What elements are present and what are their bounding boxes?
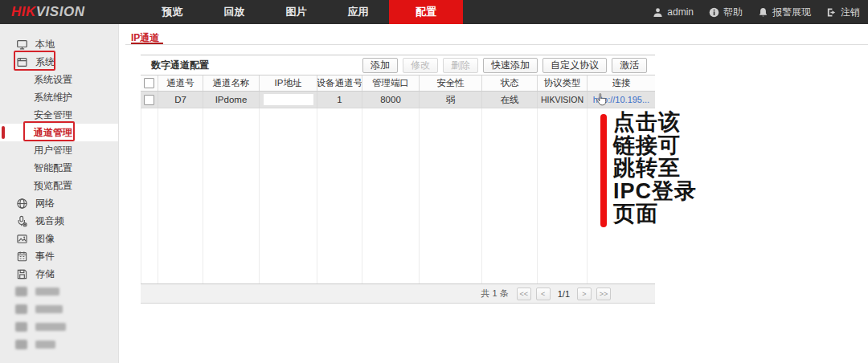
connect-cell: http://10.195... — [587, 92, 655, 108]
network-icon — [16, 198, 28, 210]
sidebar-item-redacted[interactable] — [0, 300, 118, 318]
sidebar-item-system-maintenance[interactable]: 系统维护 — [0, 88, 118, 106]
logout-label: 注销 — [841, 6, 860, 19]
annotation-red-bar — [600, 114, 607, 227]
redacted-icon — [15, 287, 27, 296]
table-row[interactable]: D7 IPdome 1 8000 弱 在线 HIKVISION http://1… — [141, 92, 655, 108]
nav-tab-picture[interactable]: 图片 — [265, 0, 327, 24]
nav-tab-configuration[interactable]: 配置 — [389, 0, 463, 24]
row-select-cell — [141, 92, 158, 108]
sidebar-menu: 本地 系统 系统设置 系统维护 安全管理 通道管理 用户管理 智能配置 预览配置… — [0, 35, 118, 353]
protocol-cell: HIKVISION — [537, 92, 587, 108]
column-header[interactable]: 协议类型 — [537, 75, 587, 91]
row-checkbox[interactable] — [144, 95, 154, 105]
management-port-cell: 8000 — [362, 92, 419, 108]
total-count: 共 1 条 — [481, 288, 508, 300]
user-icon — [653, 7, 663, 18]
tab-strip-divider — [125, 44, 868, 45]
logo-vision: VISION — [36, 4, 85, 20]
nav-tab-application[interactable]: 应用 — [327, 0, 389, 24]
column-header[interactable]: 状态 — [481, 75, 537, 91]
ipc-login-link[interactable]: http://10.195... — [593, 95, 649, 104]
logout-icon — [826, 7, 837, 18]
image-icon — [16, 233, 28, 245]
sidebar-item-system-settings[interactable]: 系统设置 — [0, 71, 118, 88]
system-icon — [16, 56, 28, 68]
column-header[interactable]: 安全性 — [419, 75, 481, 91]
nav-tab-preview[interactable]: 预览 — [141, 0, 203, 24]
logo-hik: HIK — [11, 4, 36, 20]
logout-button[interactable]: 注销 — [826, 6, 860, 19]
sidebar-item-redacted[interactable] — [0, 283, 118, 300]
status-cell: 在线 — [481, 92, 537, 108]
sidebar-item-audio-video[interactable]: 视音频 — [0, 212, 118, 230]
delete-button[interactable]: 删除 — [443, 58, 478, 73]
sidebar-item-preview-config[interactable]: 预览配置 — [0, 177, 118, 194]
sidebar-item-event[interactable]: 事件 — [0, 247, 118, 265]
activate-button[interactable]: 激活 — [612, 58, 647, 73]
sidebar-item-smart-config[interactable]: 智能配置 — [0, 159, 118, 177]
column-header[interactable]: 连接 — [587, 75, 655, 91]
sidebar-item-system[interactable]: 系统 — [0, 53, 118, 71]
select-all-cell — [141, 75, 158, 91]
column-header[interactable]: IP地址 — [259, 75, 317, 91]
sidebar-item-storage[interactable]: 存储 — [0, 265, 118, 283]
sidebar-item-channel-management[interactable]: 通道管理 — [0, 124, 118, 141]
alarm-button[interactable]: 报警展现 — [758, 6, 811, 19]
table-header-row: 通道号 通道名称 IP地址 设备通道号 管理端口 安全性 状态 协议类型 连接 — [141, 75, 655, 92]
sidebar-item-redacted[interactable] — [0, 336, 118, 353]
sidebar-item-label: 事件 — [35, 250, 55, 263]
hikvision-config-page: HIKVISION 预览 回放 图片 应用 配置 admin 帮助 报警展现 — [0, 0, 868, 363]
sidebar: 本地 系统 系统设置 系统维护 安全管理 通道管理 用户管理 智能配置 预览配置… — [0, 24, 119, 363]
ip-address-field[interactable] — [263, 93, 314, 106]
column-header[interactable]: 管理端口 — [362, 75, 419, 91]
help-button[interactable]: 帮助 — [709, 6, 743, 19]
sidebar-item-redacted[interactable] — [0, 318, 118, 336]
user-menu[interactable]: admin — [653, 6, 694, 18]
nav-utilities: admin 帮助 报警展现 注销 — [653, 0, 860, 24]
channel-toolbar: 添加 修改 删除 快速添加 自定义协议 激活 — [362, 58, 647, 73]
channel-name-cell: IPdome — [203, 92, 259, 108]
column-header[interactable]: 通道名称 — [203, 75, 259, 91]
nav-tab-playback[interactable]: 回放 — [203, 0, 265, 24]
sidebar-item-label: 系统 — [35, 55, 55, 69]
user-name: admin — [667, 6, 694, 18]
prev-page-button[interactable]: < — [536, 288, 551, 300]
sidebar-item-label: 存储 — [35, 267, 55, 281]
add-button[interactable]: 添加 — [362, 58, 398, 73]
first-page-button[interactable]: << — [517, 288, 531, 300]
monitor-icon — [16, 39, 28, 51]
bell-icon — [758, 7, 768, 18]
sidebar-item-image[interactable]: 图像 — [0, 230, 118, 247]
digital-channel-panel: 数字通道配置 添加 修改 删除 快速添加 自定义协议 激活 通道号 通道名称 I… — [141, 55, 655, 304]
sidebar-item-security-management[interactable]: 安全管理 — [0, 106, 118, 124]
ip-address-cell — [259, 92, 317, 108]
alarm-label: 报警展现 — [772, 6, 811, 19]
audio-video-icon — [16, 215, 28, 227]
column-header[interactable]: 设备通道号 — [317, 75, 362, 91]
sidebar-item-label: 图像 — [35, 232, 55, 246]
next-page-button[interactable]: > — [577, 288, 592, 300]
security-cell: 弱 — [419, 92, 481, 108]
modify-button[interactable]: 修改 — [403, 58, 438, 73]
panel-title-row: 数字通道配置 添加 修改 删除 快速添加 自定义协议 激活 — [141, 55, 655, 75]
sidebar-item-user-management[interactable]: 用户管理 — [0, 141, 118, 159]
custom-protocol-button[interactable]: 自定义协议 — [542, 58, 607, 73]
table-footer: 共 1 条 << < 1/1 > >> — [141, 283, 655, 304]
event-icon — [16, 251, 28, 263]
sidebar-item-label: 视音频 — [35, 214, 64, 228]
sidebar-item-local[interactable]: 本地 — [0, 35, 118, 53]
annotation-text: 点击该 链接可 跳转至 IPC登录 页面 — [613, 111, 697, 226]
quick-add-button[interactable]: 快速添加 — [483, 58, 538, 73]
column-header[interactable]: 通道号 — [158, 75, 203, 91]
page-indicator: 1/1 — [558, 289, 570, 299]
select-all-checkbox[interactable] — [144, 78, 154, 88]
info-icon — [709, 7, 719, 18]
help-label: 帮助 — [723, 6, 743, 19]
panel-title: 数字通道配置 — [141, 59, 209, 72]
last-page-button[interactable]: >> — [596, 288, 611, 300]
redacted-icon — [15, 322, 27, 332]
sidebar-item-network[interactable]: 网络 — [0, 194, 118, 212]
storage-icon — [16, 268, 28, 280]
channel-table: 通道号 通道名称 IP地址 设备通道号 管理端口 安全性 状态 协议类型 连接 … — [141, 75, 655, 304]
